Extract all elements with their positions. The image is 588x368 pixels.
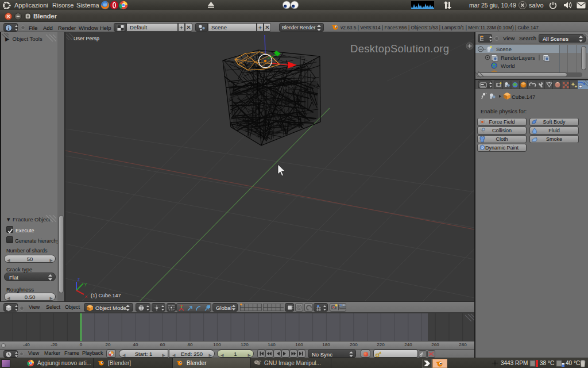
svg-text:Scene: Scene xyxy=(496,46,512,52)
svg-text:DesktopSolution.org: DesktopSolution.org xyxy=(350,43,449,55)
svg-text:(1) Cube.147: (1) Cube.147 xyxy=(91,293,121,298)
svg-text:z: z xyxy=(78,277,80,282)
svg-text:y: y xyxy=(84,281,87,286)
svg-text:World: World xyxy=(501,63,515,69)
svg-text:RenderLayers: RenderLayers xyxy=(501,55,535,61)
svg-text:x: x xyxy=(85,294,87,299)
svg-text:User Persp: User Persp xyxy=(74,36,99,41)
